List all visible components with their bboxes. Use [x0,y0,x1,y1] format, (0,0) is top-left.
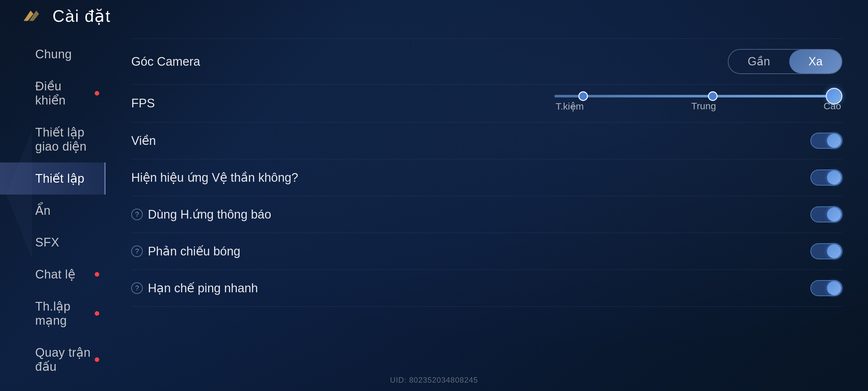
sidebar-item-thiet-lap-giao-dien[interactable]: Thiết lập giao diện [0,116,105,163]
sidebar-item-th-lap-mang[interactable]: Th.lập mạng [0,290,105,337]
sidebar-item-quay-tran-dau[interactable]: Quay trận đấu [0,337,105,383]
toggle-phan-chieu-bong[interactable] [810,243,842,259]
camera-btn-xa[interactable]: Xa [789,50,842,74]
uid-footer: UID: 802352034808245 [390,375,478,385]
notification-dot-chat-le [95,272,99,277]
row-label-han-che-ping-nhanh: ?Hạn chế ping nhanh [131,281,258,295]
toggle-track-vien [810,133,842,149]
question-icon-phan-chieu-bong[interactable]: ? [131,246,143,257]
control-vien[interactable] [810,133,842,149]
control-han-che-ping-nhanh[interactable] [810,280,842,296]
toggle-dung-hung-thong-bao[interactable] [810,206,842,222]
settings-row-dung-hung-thong-bao: ?Dùng H.ứng thông báo [131,196,842,233]
row-label-goc-camera: Góc Camera [131,55,200,68]
control-goc-camera[interactable]: GầnXa [728,49,842,74]
toggle-knob-hien-hieu-ung [827,170,841,185]
toggle-knob-han-che-ping-nhanh [827,281,841,295]
question-icon-han-che-ping-nhanh[interactable]: ? [131,282,143,294]
toggle-track-dung-hung-thong-bao [810,206,842,222]
label-text-hien-hieu-ung: Hiện hiệu ứng Vệ thần không? [131,170,298,185]
toggle-track-hien-hieu-ung [810,170,842,186]
sidebar-item-sfx[interactable]: SFX [0,227,105,258]
notification-dot-dieu-khien [95,91,99,95]
toggle-vien[interactable] [810,133,842,149]
toggle-han-che-ping-nhanh[interactable] [810,280,842,296]
fps-label-0: T.kiệm [556,101,584,112]
label-text-fps: FPS [131,96,155,110]
fps-slider-track[interactable] [554,95,842,97]
label-text-goc-camera: Góc Camera [131,55,200,68]
settings-row-goc-camera: Góc CameraGầnXa [131,38,842,85]
fps-slider-thumb-left[interactable] [578,91,588,101]
fps-slider-fill [554,95,842,97]
label-text-dung-hung-thong-bao: Dùng H.ứng thông báo [148,207,271,221]
sidebar-item-thiet-lap[interactable]: Thiết lập [0,163,105,195]
control-dung-hung-thong-bao[interactable] [810,206,842,222]
row-label-dung-hung-thong-bao: ?Dùng H.ứng thông báo [131,207,271,221]
fps-slider-thumb-mid[interactable] [708,91,718,101]
row-label-phan-chieu-bong: ?Phản chiếu bóng [131,244,240,258]
toggle-knob-phan-chieu-bong [827,244,841,258]
page-title: Cài đặt [53,6,111,26]
sidebar: ChungĐiều khiểnThiết lập giao diệnThiết … [0,32,105,391]
logo [19,6,45,26]
label-text-phan-chieu-bong: Phản chiếu bóng [148,244,240,258]
notification-dot-quay-tran-dau [95,357,99,362]
settings-row-hien-hieu-ung: Hiện hiệu ứng Vệ thần không? [131,159,842,196]
fps-slider-labels: T.kiệmTrungCao [554,101,842,112]
camera-toggle-group[interactable]: GầnXa [728,49,842,74]
settings-row-phan-chieu-bong: ?Phản chiếu bóng [131,233,842,270]
toggle-knob-dung-hung-thong-bao [827,207,841,221]
control-fps[interactable]: T.kiệmTrungCao [554,95,842,112]
camera-btn-gan[interactable]: Gần [728,50,789,74]
row-label-vien: Viền [131,134,156,148]
label-text-vien: Viền [131,134,156,148]
toggle-knob-vien [827,134,841,148]
label-text-han-che-ping-nhanh: Hạn chế ping nhanh [148,281,258,295]
fps-slider-thumb-right[interactable] [826,88,842,105]
toggle-track-phan-chieu-bong [810,243,842,259]
notification-dot-th-lap-mang [95,311,99,316]
control-hien-hieu-ung[interactable] [810,170,842,186]
header: Cài đặt [19,6,111,26]
settings-row-fps: FPST.kiệmTrungCao [131,85,842,122]
fps-slider-control[interactable]: T.kiệmTrungCao [554,95,842,112]
toggle-hien-hieu-ung[interactable] [810,170,842,186]
main-content: Góc CameraGầnXaFPST.kiệmTrungCaoViềnHiện… [105,32,868,391]
settings-row-vien: Viền [131,122,842,159]
toggle-track-han-che-ping-nhanh [810,280,842,296]
fps-label-1: Trung [691,101,716,112]
sidebar-item-an[interactable]: Ẩn [0,195,105,227]
row-label-hien-hieu-ung: Hiện hiệu ứng Vệ thần không? [131,170,298,185]
sidebar-item-dieu-khien[interactable]: Điều khiển [0,70,105,116]
sidebar-item-chung[interactable]: Chung [0,38,105,70]
settings-row-han-che-ping-nhanh: ?Hạn chế ping nhanh [131,270,842,307]
question-icon-dung-hung-thong-bao[interactable]: ? [131,208,143,220]
control-phan-chieu-bong[interactable] [810,243,842,259]
row-label-fps: FPS [131,96,155,110]
sidebar-item-chat-le[interactable]: Chat lệ [0,258,105,290]
